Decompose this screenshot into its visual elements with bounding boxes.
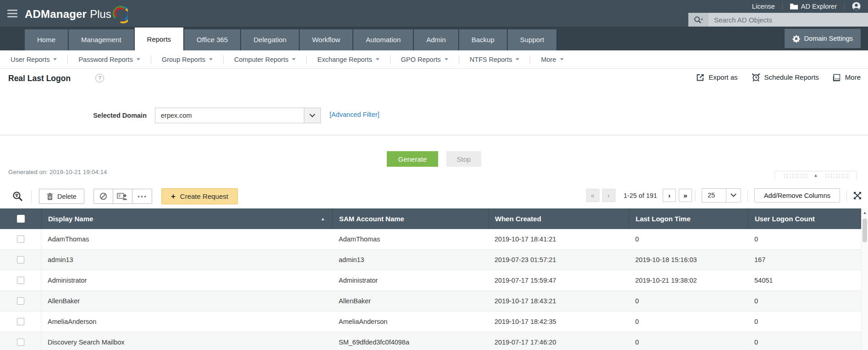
subnav-gpo-reports[interactable]: GPO Reports <box>390 56 459 63</box>
panel-collapse-handle[interactable]: ▲ <box>775 171 857 180</box>
scroll-up-icon[interactable]: ▲ <box>862 208 868 215</box>
cell-display-name: AmeliaAnderson <box>41 318 332 325</box>
subnav-user-reports[interactable]: User Reports <box>0 56 67 63</box>
add-remove-columns-button[interactable]: Add/Remove Columns <box>754 188 840 202</box>
tab-reports[interactable]: Reports <box>135 27 184 50</box>
tab-support[interactable]: Support <box>508 29 557 50</box>
column-header-last-logon-time[interactable]: Last Logon Time <box>629 208 748 229</box>
table-scrollbar[interactable]: ▲ <box>861 208 868 350</box>
table-row[interactable]: AllenBaker AllenBaker 2019-10-17 18:43:2… <box>0 291 861 312</box>
table-body: AdamThomas AdamThomas 2019-10-17 18:41:2… <box>0 229 861 350</box>
grip-dots-icon <box>783 174 807 178</box>
subnav-ntfs-reports[interactable]: NTFS Reports <box>459 56 530 63</box>
row-checkbox-cell <box>0 229 41 249</box>
more-actions-button[interactable]: More <box>833 73 861 82</box>
column-header-user-logon-count[interactable]: User Logon Count <box>748 208 861 229</box>
tab-home[interactable]: Home <box>25 29 68 50</box>
subnav-exchange-reports[interactable]: Exchange Reports <box>307 56 390 63</box>
subnav-computer-reports[interactable]: Computer Reports <box>224 56 306 63</box>
trash-icon <box>47 193 53 200</box>
search-scope-button[interactable] <box>688 13 709 27</box>
row-checkbox[interactable] <box>17 297 24 305</box>
generate-button[interactable]: Generate <box>387 151 438 167</box>
column-header-when-created[interactable]: When Created <box>488 208 629 229</box>
top-bar: ADManager Plus License AD Explorer <box>0 0 868 27</box>
column-header-display-name[interactable]: Display Name ▲ <box>41 208 332 229</box>
pagination-next-button[interactable]: › <box>663 189 676 202</box>
create-request-button[interactable]: + Create Request <box>161 188 238 204</box>
row-checkbox[interactable] <box>17 235 24 243</box>
ad-explorer-link[interactable]: AD Explorer <box>783 3 844 10</box>
delete-button[interactable]: Delete <box>39 189 84 204</box>
user-account-button[interactable] <box>845 2 868 11</box>
row-checkbox[interactable] <box>17 318 24 325</box>
table-row[interactable]: AmeliaAnderson AmeliaAnderson 2019-10-17… <box>0 312 861 332</box>
cell-display-name: AdamThomas <box>41 235 332 243</box>
schedule-reports-button[interactable]: Schedule Reports <box>752 73 819 82</box>
page-size-dropdown-button[interactable] <box>726 189 741 202</box>
cell-when-created: 2019-07-17 17:46:20 <box>488 339 629 346</box>
pagination-first-button[interactable]: « <box>586 189 599 202</box>
domain-dropdown-button[interactable] <box>304 108 320 123</box>
column-header-sam-account-name[interactable]: SAM Account Name <box>332 208 488 229</box>
grip-dots-icon <box>824 174 848 178</box>
manage-user-button[interactable] <box>113 189 132 203</box>
chevron-down-icon <box>731 191 736 197</box>
cell-sam-account-name: AllenBaker <box>332 297 488 305</box>
license-link[interactable]: License <box>745 3 782 10</box>
more-row-actions-button[interactable] <box>132 189 152 203</box>
domain-dropdown[interactable]: erpex.com <box>155 108 321 123</box>
search-ad-objects-input[interactable] <box>709 13 868 27</box>
tab-management[interactable]: Management <box>69 29 134 50</box>
fullscreen-toggle-button[interactable] <box>853 191 862 200</box>
export-icon <box>696 73 704 82</box>
tab-automation[interactable]: Automation <box>353 29 413 50</box>
cell-last-logon-time: 0 <box>629 339 748 346</box>
row-checkbox[interactable] <box>17 277 24 284</box>
subnav-more[interactable]: More <box>530 56 574 63</box>
select-all-cell <box>0 208 41 229</box>
pagination-range-label: 1-25 of 191 <box>624 192 657 199</box>
results-table: Display Name ▲ SAM Account Name When Cre… <box>0 208 861 350</box>
table-row[interactable]: Administrator Administrator 2019-07-17 1… <box>0 270 861 291</box>
table-row[interactable]: Discovery Search Mailbox SM_69dfded3fc0f… <box>0 332 861 350</box>
tab-backup[interactable]: Backup <box>459 29 507 50</box>
tab-office-365[interactable]: Office 365 <box>184 29 240 50</box>
subnav-group-reports[interactable]: Group Reports <box>151 56 223 63</box>
table-row[interactable]: admin13 admin13 2019-07-23 01:57:21 2019… <box>0 250 861 270</box>
chevron-down-icon <box>292 58 296 60</box>
stop-button[interactable]: Stop <box>446 151 481 167</box>
row-checkbox[interactable] <box>17 339 24 346</box>
scrollbar-thumb[interactable] <box>863 219 867 242</box>
logo-suffix: Plus <box>90 8 111 21</box>
quick-search-icon[interactable] <box>12 191 24 202</box>
sort-asc-icon[interactable]: ▲ <box>321 217 325 221</box>
subnav-password-reports[interactable]: Password Reports <box>68 56 150 63</box>
cell-sam-account-name: Administrator <box>332 277 488 284</box>
pagination-prev-button[interactable]: ‹ <box>602 189 615 202</box>
cell-display-name: Discovery Search Mailbox <box>41 339 332 346</box>
nav-tabs: Home Management Reports Office 365 Deleg… <box>25 27 556 50</box>
cell-user-logon-count: 0 <box>748 235 861 243</box>
cell-user-logon-count: 54051 <box>748 277 861 284</box>
page-size-select[interactable]: 25 <box>702 188 741 202</box>
row-checkbox-cell <box>0 332 41 350</box>
export-as-button[interactable]: Export as <box>696 73 737 82</box>
tab-delegation[interactable]: Delegation <box>241 29 299 50</box>
hamburger-menu-icon[interactable] <box>7 10 17 19</box>
help-icon[interactable]: ? <box>95 74 104 82</box>
domain-settings-button[interactable]: Domain Settings <box>785 29 861 48</box>
select-all-checkbox[interactable] <box>17 215 25 223</box>
cell-when-created: 2019-10-17 18:42:35 <box>488 318 629 325</box>
toolbar-left: Delete <box>12 188 238 204</box>
pagination-last-button[interactable]: » <box>679 189 692 202</box>
table-row[interactable]: AdamThomas AdamThomas 2019-10-17 18:41:2… <box>0 229 861 250</box>
disable-account-button[interactable] <box>94 189 113 203</box>
row-checkbox[interactable] <box>17 256 24 263</box>
divider <box>747 190 748 202</box>
tab-workflow[interactable]: Workflow <box>300 29 352 50</box>
selected-domain-label: Selected Domain <box>0 112 147 119</box>
block-icon <box>99 192 107 200</box>
advanced-filter-link[interactable]: [Advanced Filter] <box>330 111 379 118</box>
tab-admin[interactable]: Admin <box>414 29 458 50</box>
